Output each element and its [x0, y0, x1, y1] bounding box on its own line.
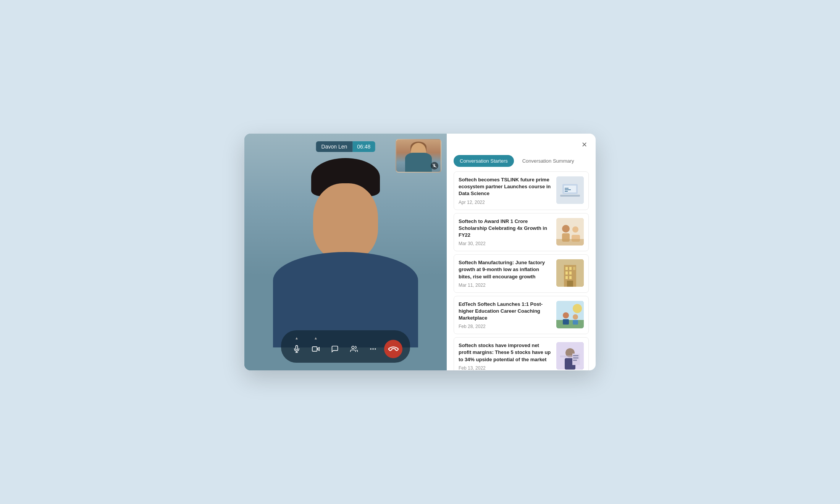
- article-card[interactable]: Softech becomes TSLINK future prime ecos…: [454, 171, 589, 210]
- article-card[interactable]: Softech stocks have improved net profit …: [454, 337, 589, 370]
- thumb-mic-off-icon: [431, 162, 438, 170]
- chat-button[interactable]: [327, 341, 343, 357]
- article-date: Mar 30, 2022: [459, 241, 552, 246]
- article-date: Mar 11, 2022: [459, 283, 552, 288]
- article-thumbnail: [556, 176, 584, 204]
- articles-list: Softech becomes TSLINK future prime ecos…: [447, 167, 596, 370]
- svg-rect-46: [573, 355, 578, 356]
- people-button[interactable]: [346, 341, 362, 357]
- svg-rect-48: [573, 360, 577, 361]
- main-container: Davon Len 06:48: [244, 134, 596, 370]
- svg-rect-47: [573, 357, 578, 359]
- svg-rect-26: [565, 267, 568, 270]
- article-card[interactable]: Softech to Award INR 1 Crore Scholarship…: [454, 213, 589, 252]
- article-text: Softech stocks have improved net profit …: [459, 342, 552, 370]
- svg-rect-17: [565, 191, 568, 192]
- svg-rect-14: [560, 195, 580, 197]
- svg-rect-23: [556, 239, 584, 246]
- mic-control-group: ▲: [289, 336, 305, 357]
- article-title: EdTech Softech Launches 1:1 Post-higher …: [459, 301, 552, 322]
- call-info-bar: Davon Len 06:48: [316, 141, 375, 152]
- people-control-group: ▲: [346, 336, 362, 357]
- svg-point-9: [372, 348, 373, 349]
- mic-button[interactable]: [289, 341, 305, 357]
- svg-rect-40: [573, 320, 578, 325]
- article-card[interactable]: Softech Manufacturing: June factory grow…: [454, 254, 589, 293]
- controls-bar: ▲ ▲: [281, 330, 410, 363]
- svg-point-21: [572, 226, 578, 233]
- svg-marker-5: [317, 347, 319, 351]
- article-thumbnail: [556, 301, 584, 328]
- mic-chevron: ▲: [295, 336, 299, 340]
- article-date: Feb 13, 2022: [459, 365, 552, 370]
- article-date: Feb 28, 2022: [459, 324, 552, 329]
- camera-button[interactable]: [308, 341, 324, 357]
- article-text: Softech Manufacturing: June factory grow…: [459, 259, 552, 288]
- article-text: Softech to Award INR 1 Crore Scholarship…: [459, 218, 552, 247]
- panel-header: ✕: [447, 134, 596, 150]
- svg-rect-15: [565, 188, 569, 189]
- svg-rect-29: [565, 271, 568, 275]
- svg-rect-33: [567, 281, 573, 287]
- end-call-button[interactable]: [384, 340, 402, 358]
- article-title: Softech Manufacturing: June factory grow…: [459, 259, 552, 280]
- svg-point-10: [375, 348, 376, 349]
- more-control-group: ▲: [365, 336, 381, 357]
- svg-point-7: [352, 346, 354, 349]
- article-thumbnail: [556, 342, 584, 370]
- svg-rect-35: [556, 320, 584, 328]
- tab-conversation-summary[interactable]: Conversation Summary: [516, 155, 580, 167]
- article-thumbnail: [556, 259, 584, 287]
- thumb-body: [405, 153, 432, 172]
- chat-control-group: ▲: [327, 336, 343, 357]
- tab-conversation-starters[interactable]: Conversation Starters: [454, 155, 514, 167]
- svg-point-36: [573, 304, 582, 313]
- svg-rect-27: [569, 267, 572, 270]
- svg-rect-6: [312, 347, 317, 351]
- call-timer: 06:48: [352, 141, 375, 152]
- article-text: Softech becomes TSLINK future prime ecos…: [459, 176, 552, 205]
- article-text: EdTech Softech Launches 1:1 Post-higher …: [459, 301, 552, 330]
- close-panel-button[interactable]: ✕: [580, 140, 589, 150]
- camera-control-group: ▲: [308, 336, 324, 357]
- svg-rect-16: [565, 189, 571, 190]
- person-face: [313, 183, 378, 260]
- article-title: Softech becomes TSLINK future prime ecos…: [459, 176, 552, 197]
- video-panel: Davon Len 06:48: [244, 134, 447, 370]
- svg-rect-38: [563, 319, 569, 325]
- svg-point-39: [573, 314, 578, 320]
- more-button[interactable]: [365, 341, 381, 357]
- camera-chevron: ▲: [314, 336, 318, 340]
- participant-name: Davon Len: [316, 141, 353, 152]
- article-title: Softech to Award INR 1 Crore Scholarship…: [459, 218, 552, 239]
- article-date: Apr 12, 2022: [459, 200, 552, 205]
- svg-rect-30: [569, 271, 572, 275]
- article-card[interactable]: EdTech Softech Launches 1:1 Post-higher …: [454, 296, 589, 334]
- svg-rect-32: [569, 276, 572, 279]
- self-thumbnail: [396, 139, 441, 173]
- svg-rect-31: [565, 276, 568, 279]
- svg-point-8: [370, 348, 372, 349]
- svg-point-37: [563, 312, 569, 318]
- svg-rect-28: [573, 267, 575, 270]
- svg-point-19: [562, 225, 570, 233]
- end-call-control-group: ▲: [384, 335, 402, 358]
- article-title: Softech stocks have improved net profit …: [459, 342, 552, 363]
- article-thumbnail: [556, 218, 584, 246]
- side-panel: ✕ Conversation Starters Conversation Sum…: [447, 134, 596, 370]
- tabs-row: Conversation Starters Conversation Summa…: [447, 150, 596, 167]
